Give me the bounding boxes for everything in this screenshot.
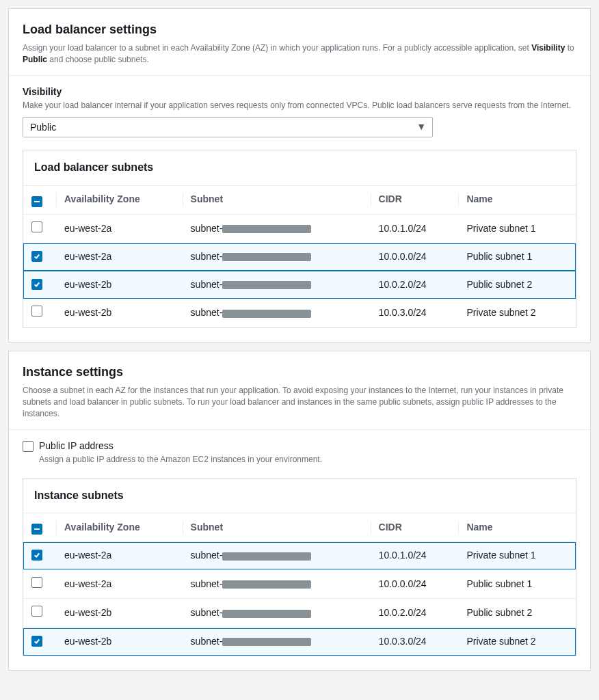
load-balancer-settings-panel: Load balancer settings Assign your load … xyxy=(8,8,591,342)
col-header-name[interactable]: Name xyxy=(458,185,576,214)
subnet-prefix: subnet- xyxy=(191,279,223,290)
cell-cidr: 10.0.0.0/24 xyxy=(371,569,459,599)
cell-cidr: 10.0.3.0/24 xyxy=(371,299,459,327)
subnet-prefix: subnet- xyxy=(191,636,223,647)
col-header-subnet[interactable]: Subnet xyxy=(183,513,371,542)
cell-az: eu-west-2b xyxy=(56,271,183,299)
row-checkbox[interactable] xyxy=(31,251,42,262)
row-checkbox[interactable] xyxy=(31,577,42,588)
cell-cidr: 10.0.1.0/24 xyxy=(371,214,459,243)
table-row[interactable]: eu-west-2bsubnet-10.0.2.0/24Public subne… xyxy=(23,271,576,299)
cell-az: eu-west-2b xyxy=(56,628,183,656)
public-ip-checkbox[interactable] xyxy=(23,441,34,452)
col-header-az[interactable]: Availability Zone xyxy=(56,185,183,214)
public-ip-label: Public IP address xyxy=(39,440,114,453)
inst-header: Instance settings Choose a subnet in eac… xyxy=(9,351,590,430)
select-all-checkbox[interactable] xyxy=(31,196,42,207)
cell-name: Public subnet 1 xyxy=(458,569,576,599)
table-row[interactable]: eu-west-2bsubnet-10.0.3.0/24Private subn… xyxy=(23,299,576,327)
lb-subnets-title: Load balancer subnets xyxy=(23,150,576,185)
public-ip-row: Public IP address xyxy=(23,440,576,453)
cell-az: eu-west-2a xyxy=(56,214,183,243)
cell-cidr: 10.0.2.0/24 xyxy=(371,599,459,628)
table-row[interactable]: eu-west-2asubnet-10.0.1.0/24Private subn… xyxy=(23,214,576,243)
inst-desc: Choose a subnet in each AZ for the insta… xyxy=(23,385,576,419)
lb-subnets-table: Availability Zone Subnet CIDR Name eu-we… xyxy=(23,185,576,327)
redacted-id xyxy=(222,552,311,561)
redacted-id xyxy=(222,281,311,289)
redacted-id xyxy=(222,610,311,618)
cell-subnet: subnet- xyxy=(183,214,371,243)
table-row[interactable]: eu-west-2asubnet-10.0.0.0/24Public subne… xyxy=(23,243,576,271)
instance-settings-panel: Instance settings Choose a subnet in eac… xyxy=(8,351,591,671)
subnet-prefix: subnet- xyxy=(191,251,223,262)
visibility-label: Visibility xyxy=(23,85,576,99)
lb-desc-text: to xyxy=(565,43,574,53)
cell-name: Private subnet 1 xyxy=(458,214,576,243)
visibility-select-value: Public xyxy=(30,122,56,133)
lb-desc-text: and choose public subnets. xyxy=(47,55,149,64)
visibility-select-wrap: Public ▼ xyxy=(23,117,433,137)
row-checkbox[interactable] xyxy=(31,606,42,617)
redacted-id xyxy=(222,638,311,646)
subnet-prefix: subnet- xyxy=(191,578,223,589)
inst-subnets-title: Instance subnets xyxy=(23,479,576,513)
col-header-name[interactable]: Name xyxy=(458,513,576,542)
subnet-prefix: subnet- xyxy=(191,307,223,318)
redacted-id xyxy=(222,225,311,233)
row-checkbox[interactable] xyxy=(31,306,42,317)
cell-subnet: subnet- xyxy=(183,271,371,299)
redacted-id xyxy=(222,253,311,261)
table-row[interactable]: eu-west-2asubnet-10.0.0.0/24Public subne… xyxy=(23,569,576,599)
cell-subnet: subnet- xyxy=(183,628,371,656)
public-ip-help: Assign a public IP address to the Amazon… xyxy=(39,454,576,466)
cell-name: Public subnet 2 xyxy=(458,599,576,628)
lb-desc-bold-public: Public xyxy=(23,55,47,64)
cell-cidr: 10.0.0.0/24 xyxy=(371,243,459,271)
cell-subnet: subnet- xyxy=(183,299,371,327)
cell-az: eu-west-2a xyxy=(56,243,183,271)
table-row[interactable]: eu-west-2bsubnet-10.0.2.0/24Public subne… xyxy=(23,599,576,628)
lb-desc: Assign your load balancer to a subnet in… xyxy=(23,42,576,66)
cell-subnet: subnet- xyxy=(183,243,371,271)
lb-subnets-panel: Load balancer subnets Availability Zone … xyxy=(23,150,576,328)
redacted-id xyxy=(222,580,311,589)
visibility-select[interactable]: Public xyxy=(23,117,433,137)
lb-desc-text: Assign your load balancer to a subnet in… xyxy=(23,43,531,53)
inst-title: Instance settings xyxy=(23,364,576,381)
subnet-prefix: subnet- xyxy=(191,223,223,234)
lb-body: Visibility Make your load balancer inter… xyxy=(9,76,590,342)
cell-az: eu-west-2b xyxy=(56,299,183,327)
row-checkbox[interactable] xyxy=(31,221,42,232)
subnet-prefix: subnet- xyxy=(191,550,223,561)
col-header-subnet[interactable]: Subnet xyxy=(183,185,371,214)
redacted-id xyxy=(222,310,311,318)
cell-az: eu-west-2a xyxy=(56,569,183,599)
cell-az: eu-west-2b xyxy=(56,599,183,628)
cell-subnet: subnet- xyxy=(183,569,371,599)
select-all-checkbox[interactable] xyxy=(31,524,42,535)
inst-body: Public IP address Assign a public IP add… xyxy=(9,430,590,670)
inst-subnets-panel: Instance subnets Availability Zone Subne… xyxy=(23,478,576,656)
cell-name: Public subnet 2 xyxy=(458,271,576,299)
table-row[interactable]: eu-west-2bsubnet-10.0.3.0/24Private subn… xyxy=(23,628,576,656)
cell-name: Private subnet 1 xyxy=(458,542,576,570)
row-checkbox[interactable] xyxy=(31,550,42,561)
cell-subnet: subnet- xyxy=(183,542,371,570)
cell-subnet: subnet- xyxy=(183,599,371,628)
row-checkbox[interactable] xyxy=(31,279,42,290)
subnet-prefix: subnet- xyxy=(191,607,223,618)
col-header-cidr[interactable]: CIDR xyxy=(371,185,459,214)
inst-subnets-table: Availability Zone Subnet CIDR Name eu-we… xyxy=(23,513,576,655)
cell-cidr: 10.0.2.0/24 xyxy=(371,271,459,299)
cell-az: eu-west-2a xyxy=(56,542,183,570)
col-header-cidr[interactable]: CIDR xyxy=(371,513,459,542)
col-header-az[interactable]: Availability Zone xyxy=(56,513,183,542)
lb-desc-bold-visibility: Visibility xyxy=(531,43,565,53)
cell-cidr: 10.0.1.0/24 xyxy=(371,542,459,570)
table-row[interactable]: eu-west-2asubnet-10.0.1.0/24Private subn… xyxy=(23,542,576,570)
cell-cidr: 10.0.3.0/24 xyxy=(371,628,459,656)
lb-header: Load balancer settings Assign your load … xyxy=(9,9,590,76)
cell-name: Public subnet 1 xyxy=(458,243,576,271)
row-checkbox[interactable] xyxy=(31,636,42,647)
